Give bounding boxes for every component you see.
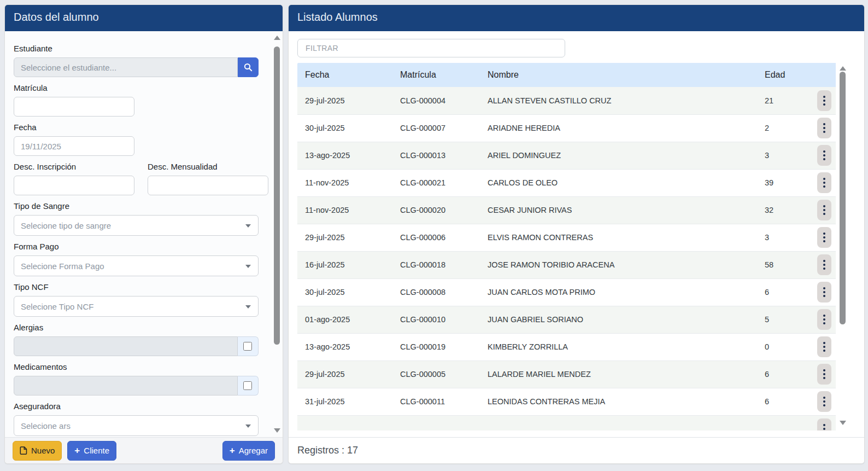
student-list-card: Listado Alumnos Fecha Matrícula Nombre E… bbox=[288, 4, 865, 464]
kebab-menu-icon bbox=[823, 342, 825, 344]
page: Datos del alumno Estudiante Matrícula bbox=[0, 0, 868, 468]
cell-actions bbox=[813, 114, 836, 142]
list-footer: Registros : 17 bbox=[289, 437, 864, 463]
kebab-menu-icon bbox=[823, 315, 825, 317]
row-actions-button[interactable] bbox=[817, 118, 831, 138]
cliente-button-label: Cliente bbox=[84, 446, 109, 455]
desc-inscripcion-label: Desc. Inscripción bbox=[14, 161, 134, 172]
row-actions-button[interactable] bbox=[817, 200, 831, 220]
scroll-down-arrow-icon[interactable] bbox=[840, 421, 846, 425]
field-fecha: Fecha bbox=[14, 122, 259, 156]
cell-matricula: CLG-000013 bbox=[396, 142, 483, 169]
aseguradora-selected-value: Selecione ars bbox=[21, 421, 71, 431]
alergias-checkbox[interactable] bbox=[243, 342, 252, 351]
table-row[interactable]: 13-ago-2025 CLG-000019 KIMBERLY ZORRILLA… bbox=[297, 333, 836, 360]
tipo-ncf-select[interactable]: Selecione Tipo NCF bbox=[14, 296, 259, 317]
cell-edad: 0 bbox=[760, 333, 813, 360]
row-actions-button[interactable] bbox=[817, 282, 831, 303]
row-actions-button[interactable] bbox=[817, 90, 831, 111]
table-row[interactable]: 29-jul-2025 CLG-000005 LALARDE MARIEL ME… bbox=[297, 360, 836, 388]
cell-matricula: CLG-000018 bbox=[396, 251, 483, 278]
tipo-ncf-selected-value: Selecione Tipo NCF bbox=[21, 302, 93, 311]
scroll-up-arrow-icon[interactable] bbox=[840, 66, 846, 71]
chevron-down-icon bbox=[245, 305, 251, 309]
table-row[interactable]: 16-jul-2025 CLG-000018 JOSE RAMON TORIBI… bbox=[297, 251, 836, 278]
row-actions-button[interactable] bbox=[817, 418, 831, 431]
row-actions-button[interactable] bbox=[817, 364, 831, 385]
student-form-card: Datos del alumno Estudiante Matrícula bbox=[4, 4, 283, 464]
nuevo-button[interactable]: Nuevo bbox=[13, 441, 62, 461]
cell-fecha: 13-ago-2025 bbox=[297, 333, 396, 360]
row-actions-button[interactable] bbox=[817, 391, 831, 412]
desc-mensualidad-input[interactable] bbox=[148, 176, 268, 195]
students-table-area: Fecha Matrícula Nombre Edad 29-jul-2025 … bbox=[297, 63, 847, 431]
matricula-label: Matrícula bbox=[14, 83, 259, 94]
field-aseguradora: Aseguradora Selecione ars bbox=[14, 401, 259, 436]
scroll-down-arrow-icon[interactable] bbox=[274, 428, 280, 433]
medicamentos-checkbox-addon bbox=[238, 376, 259, 396]
forma-pago-select[interactable]: Selecione Forma Pago bbox=[14, 255, 259, 276]
row-actions-button[interactable] bbox=[817, 227, 831, 248]
header-matricula: Matrícula bbox=[396, 63, 483, 87]
cell-edad: 2 bbox=[760, 114, 813, 142]
table-row[interactable]: 01-ago-2025 CLG-000010 JUAN GABRIEL SORI… bbox=[297, 306, 836, 333]
student-form-title: Datos del alumno bbox=[5, 5, 283, 31]
row-actions-button[interactable] bbox=[817, 336, 831, 357]
kebab-menu-icon bbox=[823, 232, 825, 235]
cell-matricula: CLG-000006 bbox=[396, 224, 483, 251]
table-scrollbar-thumb[interactable] bbox=[840, 72, 846, 324]
tipo-sangre-select[interactable]: Selecione tipo de sangre bbox=[14, 215, 259, 236]
cell-nombre: LEONIDAS CONTRERAS MEJIA bbox=[483, 388, 760, 415]
form-scrollbar[interactable] bbox=[273, 33, 281, 435]
table-row[interactable] bbox=[297, 415, 836, 431]
fecha-input[interactable] bbox=[14, 136, 134, 156]
field-tipo-ncf: Tipo NCF Selecione Tipo NCF bbox=[14, 282, 259, 317]
table-row[interactable]: 29-jul-2025 CLG-000006 ELVIS RAMON CONTR… bbox=[297, 224, 836, 251]
cell-matricula: CLG-000005 bbox=[396, 360, 483, 388]
form-scrollbar-thumb[interactable] bbox=[274, 46, 280, 345]
cell-edad bbox=[760, 415, 813, 431]
table-row[interactable]: 29-jul-2025 CLG-000004 ALLAN STEVEN CAST… bbox=[297, 87, 836, 114]
header-fecha: Fecha bbox=[297, 63, 396, 87]
estudiante-input[interactable] bbox=[14, 57, 238, 77]
desc-mensualidad-label: Desc. Mensualidad bbox=[148, 161, 268, 172]
plus-icon: + bbox=[230, 446, 235, 455]
table-row[interactable]: 30-jul-2025 CLG-000008 JUAN CARLOS MOTA … bbox=[297, 278, 836, 306]
table-row[interactable]: 11-nov-2025 CLG-000021 CARLOS DE OLEO 39 bbox=[297, 169, 836, 196]
table-row[interactable]: 31-jul-2025 CLG-000011 LEONIDAS CONTRERA… bbox=[297, 388, 836, 415]
kebab-menu-icon bbox=[823, 369, 825, 371]
table-row[interactable]: 11-nov-2025 CLG-000020 CESAR JUNIOR RIVA… bbox=[297, 196, 836, 224]
aseguradora-select[interactable]: Selecione ars bbox=[14, 415, 259, 436]
row-actions-button[interactable] bbox=[817, 254, 831, 275]
scroll-up-arrow-icon[interactable] bbox=[274, 36, 280, 40]
table-row[interactable]: 13-ago-2025 CLG-000013 ARIEL DOMINGUEZ 3 bbox=[297, 142, 836, 169]
medicamentos-input bbox=[14, 376, 238, 396]
cell-actions bbox=[813, 196, 836, 224]
cell-nombre: ALLAN STEVEN CASTILLO CRUZ bbox=[483, 87, 760, 114]
filter-input[interactable] bbox=[297, 39, 565, 57]
student-search-button[interactable] bbox=[238, 57, 259, 77]
table-row[interactable]: 30-jul-2025 CLG-000007 ARIADNE HEREDIA 2 bbox=[297, 114, 836, 142]
cell-actions bbox=[813, 142, 836, 169]
row-actions-button[interactable] bbox=[817, 172, 831, 193]
cell-matricula: CLG-000004 bbox=[396, 87, 483, 114]
aseguradora-label: Aseguradora bbox=[14, 401, 259, 412]
student-form-body: Estudiante Matrícula Fecha bbox=[5, 31, 283, 437]
cell-fecha: 13-ago-2025 bbox=[297, 142, 396, 169]
table-scrollbar[interactable] bbox=[838, 64, 847, 431]
row-actions-button[interactable] bbox=[817, 309, 831, 330]
cell-matricula: CLG-000010 bbox=[396, 306, 483, 333]
medicamentos-checkbox[interactable] bbox=[243, 381, 252, 390]
cell-edad: 58 bbox=[760, 251, 813, 278]
cliente-button[interactable]: + Cliente bbox=[67, 441, 116, 461]
desc-inscripcion-input[interactable] bbox=[14, 176, 134, 195]
cell-nombre bbox=[483, 415, 760, 431]
matricula-input[interactable] bbox=[14, 97, 134, 117]
cell-matricula: CLG-000008 bbox=[396, 278, 483, 306]
agregar-button[interactable]: + Agregar bbox=[222, 441, 275, 461]
alumnos-table-body: 29-jul-2025 CLG-000004 ALLAN STEVEN CAST… bbox=[297, 87, 836, 431]
cell-edad: 21 bbox=[760, 87, 813, 114]
student-list-body: Fecha Matrícula Nombre Edad 29-jul-2025 … bbox=[289, 31, 864, 437]
medicamentos-label: Medicamentos bbox=[14, 362, 259, 373]
row-actions-button[interactable] bbox=[817, 145, 831, 166]
